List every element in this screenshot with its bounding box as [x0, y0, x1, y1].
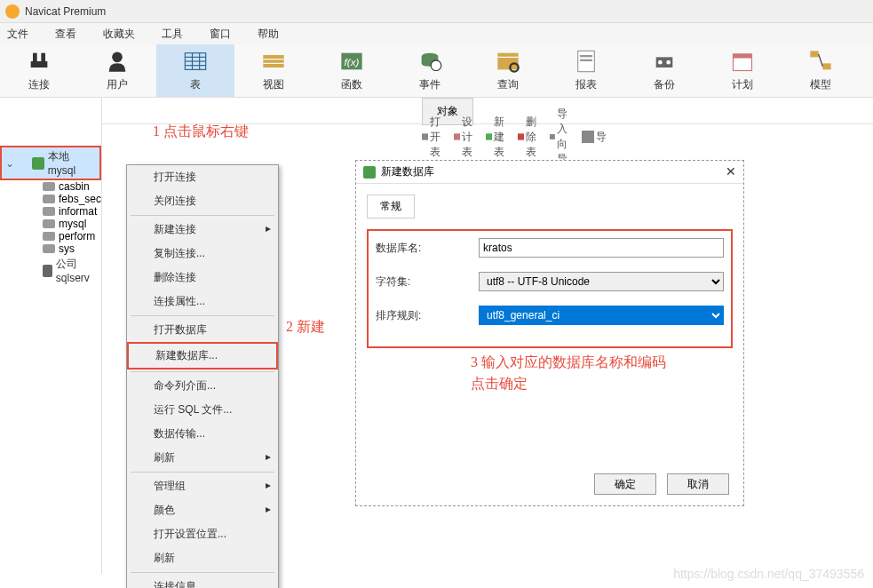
- select-charset[interactable]: utf8 -- UTF-8 Unicode: [479, 272, 724, 291]
- action-new-table[interactable]: 新建表: [486, 115, 511, 160]
- tab-general[interactable]: 常规: [367, 195, 415, 219]
- tree-child[interactable]: febs_sec: [0, 193, 101, 205]
- tree-node-other[interactable]: 公司sqlserv: [0, 255, 101, 286]
- svg-rect-2: [31, 61, 48, 68]
- toolbar-user[interactable]: 用户: [78, 49, 156, 92]
- tree-node-selected[interactable]: ⌄ 本地mysql: [0, 146, 101, 180]
- app-title: Navicat Premium: [25, 5, 106, 18]
- database-icon: [43, 232, 55, 241]
- tree-child[interactable]: informat: [0, 205, 101, 218]
- form-section: 数据库名: 字符集: utf8 -- UTF-8 Unicode 排序规则: u…: [367, 229, 733, 348]
- cancel-button[interactable]: 取消: [667, 473, 729, 495]
- input-dbname[interactable]: [479, 238, 724, 258]
- menu-help[interactable]: 帮助: [258, 27, 279, 42]
- toolbar: 连接 用户 表 视图 f(x) 函数 事件 查询 报表 备份 计划 模型: [0, 44, 873, 98]
- action-design-table[interactable]: 设计表: [454, 115, 479, 160]
- dialog-title: 新建数据库: [381, 164, 434, 179]
- ctx-delete-conn[interactable]: 删除连接: [127, 266, 278, 290]
- dialog-buttons: 确定 取消: [594, 473, 729, 495]
- form-row-dbname: 数据库名:: [376, 238, 724, 258]
- svg-rect-21: [580, 55, 592, 57]
- svg-rect-27: [734, 54, 752, 59]
- sidebar: ⌄ 本地mysql casbin febs_sec informat mysql…: [0, 98, 102, 574]
- ok-button[interactable]: 确定: [594, 473, 656, 495]
- svg-point-25: [666, 60, 671, 65]
- label-dbname: 数据库名:: [376, 241, 479, 256]
- menu-favorites[interactable]: 收藏夹: [103, 27, 135, 42]
- sqlserver-icon: [43, 265, 52, 277]
- svg-rect-35: [550, 134, 555, 139]
- svg-point-3: [112, 52, 123, 63]
- annotation-3b: 点击确定: [471, 375, 528, 393]
- toolbar-view[interactable]: 视图: [234, 49, 313, 92]
- toolbar-model[interactable]: 模型: [782, 49, 860, 92]
- label-charset: 字符集:: [376, 274, 479, 290]
- menu-tools[interactable]: 工具: [162, 27, 183, 42]
- ctx-conn-props[interactable]: 连接属性...: [127, 290, 278, 314]
- svg-rect-29: [822, 63, 830, 69]
- toolbar-function[interactable]: f(x) 函数: [313, 49, 391, 92]
- separator: [131, 472, 274, 473]
- new-database-dialog: 新建数据库 ✕ 常规 数据库名: 字符集: utf8 -- UTF-8 Unic…: [355, 160, 744, 506]
- svg-rect-22: [580, 60, 592, 61]
- svg-rect-36: [582, 131, 594, 143]
- svg-rect-31: [422, 133, 428, 139]
- ctx-conn-info[interactable]: 连接信息...: [127, 575, 278, 588]
- toolbar-event[interactable]: 事件: [391, 49, 469, 92]
- database-icon: [43, 219, 55, 228]
- ctx-new-conn[interactable]: 新建连接: [127, 218, 278, 242]
- ctx-open-settings[interactable]: 打开设置位置...: [127, 522, 278, 546]
- toolbar-connection[interactable]: 连接: [0, 49, 78, 92]
- menu-view[interactable]: 查看: [55, 27, 76, 42]
- database-icon: [43, 244, 55, 253]
- ctx-copy-conn[interactable]: 复制连接...: [127, 242, 278, 266]
- select-collation[interactable]: utf8_general_ci: [479, 306, 724, 325]
- toolbar-table[interactable]: 表: [156, 44, 234, 97]
- mysql-icon: [32, 157, 44, 170]
- svg-rect-17: [497, 53, 518, 70]
- close-icon[interactable]: ✕: [726, 164, 736, 179]
- toolbar-schedule[interactable]: 计划: [703, 49, 782, 92]
- context-menu: 打开连接 关闭连接 新建连接 复制连接... 删除连接 连接属性... 打开数据…: [126, 164, 279, 588]
- separator: [131, 315, 274, 316]
- dialog-title-bar[interactable]: 新建数据库 ✕: [356, 161, 743, 184]
- tree-child[interactable]: casbin: [0, 180, 101, 193]
- action-export[interactable]: 导: [582, 130, 607, 145]
- ctx-refresh2[interactable]: 刷新: [127, 546, 278, 570]
- toolbar-query[interactable]: 查询: [469, 49, 547, 92]
- database-icon: [43, 182, 55, 191]
- ctx-refresh[interactable]: 刷新: [127, 446, 278, 470]
- svg-rect-10: [263, 55, 283, 68]
- ctx-cmd-interface[interactable]: 命令列介面...: [127, 374, 278, 398]
- svg-rect-32: [454, 133, 460, 139]
- ctx-color[interactable]: 颜色: [127, 498, 278, 522]
- expand-icon[interactable]: ⌄: [5, 157, 14, 170]
- ctx-open-db[interactable]: 打开数据库: [127, 318, 278, 342]
- action-delete-table[interactable]: 删除表: [518, 115, 543, 160]
- ctx-run-sql[interactable]: 运行 SQL 文件...: [127, 398, 278, 422]
- svg-rect-1: [41, 53, 45, 61]
- toolbar-backup[interactable]: 备份: [625, 49, 703, 92]
- ctx-new-db[interactable]: 新建数据库...: [127, 342, 278, 369]
- action-open-table[interactable]: 打开表: [422, 115, 447, 160]
- ctx-manage-group[interactable]: 管理组: [127, 474, 278, 498]
- tree-child[interactable]: mysql: [0, 218, 101, 230]
- svg-point-24: [658, 60, 663, 65]
- ctx-data-transfer[interactable]: 数据传输...: [127, 422, 278, 446]
- database-icon: [363, 166, 376, 179]
- menu-window[interactable]: 窗口: [210, 27, 231, 42]
- tree-child[interactable]: perform: [0, 230, 101, 242]
- annotation-2: 2 新建: [286, 318, 325, 337]
- action-import-wizard[interactable]: 导入向导: [550, 107, 575, 167]
- tree-child[interactable]: sys: [0, 242, 101, 255]
- menu-file[interactable]: 文件: [7, 27, 28, 42]
- app-icon: [5, 4, 20, 19]
- svg-point-16: [431, 60, 441, 71]
- menu-bar: 文件 查看 收藏夹 工具 窗口 帮助: [0, 23, 873, 44]
- ctx-open-conn[interactable]: 打开连接: [127, 165, 278, 189]
- ctx-close-conn[interactable]: 关闭连接: [127, 189, 278, 213]
- database-icon: [43, 195, 55, 203]
- separator: [131, 572, 274, 573]
- svg-rect-33: [486, 133, 492, 139]
- toolbar-report[interactable]: 报表: [547, 49, 625, 92]
